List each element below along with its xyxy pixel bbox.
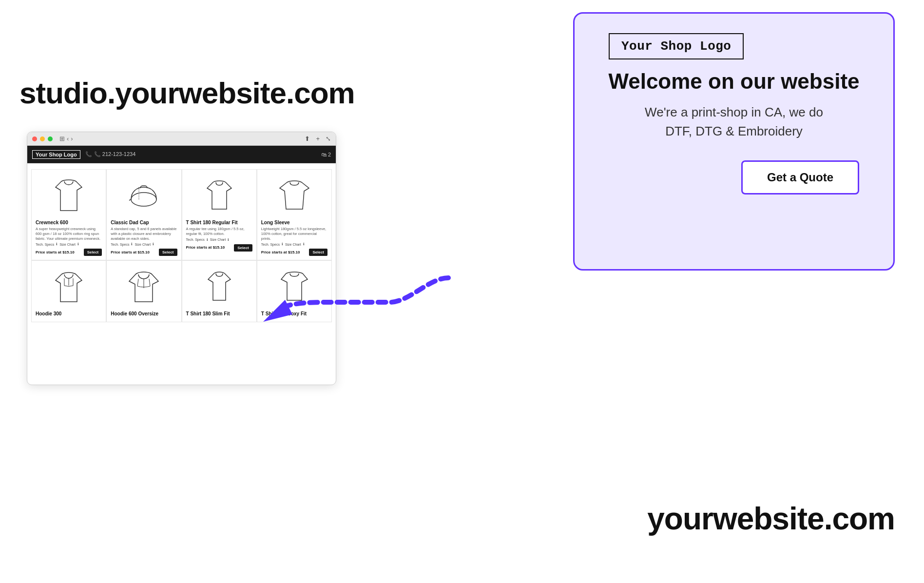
browser-add-tab-icon: +	[316, 135, 320, 142]
product-links-dadcap[interactable]: Tech. Specs ℹ Size Chart ℹ	[111, 242, 177, 246]
cart-count: 2	[328, 152, 331, 157]
browser-back-icon[interactable]: ‹	[67, 135, 69, 142]
product-desc-longsleeve: Lightweight 180gsm / 5.5 oz longsleeve, …	[261, 227, 327, 241]
product-price-crewneck: Price starts at $15.10	[36, 250, 75, 255]
browser-fullscreen-icon: ⤡	[326, 135, 331, 142]
product-desc-crewneck: A super heavyweight crewneck using 600 g…	[36, 227, 102, 241]
product-card-tshirt-regular: T Shirt 180 Regular Fit A regular tee us…	[182, 169, 257, 260]
product-footer-longsleeve: Price starts at $15.10 Select	[261, 249, 327, 256]
product-name-tshirt-regular: T Shirt 180 Regular Fit	[186, 220, 252, 225]
phone-icon: 📞	[85, 151, 92, 157]
get-quote-button[interactable]: Get a Quote	[741, 160, 859, 194]
product-image-hoodie300	[36, 265, 102, 309]
product-footer-tshirt-regular: Price starts at $15.10 Select	[186, 244, 252, 252]
promo-logo-box: Your Shop Logo	[609, 33, 744, 59]
studio-url-text: studio.yourwebsite.com	[19, 76, 355, 110]
product-image-hoodie600	[111, 265, 177, 309]
product-image-dadcap	[111, 174, 177, 217]
product-name-hoodie600: Hoodie 600 Oversize	[111, 311, 177, 316]
product-footer-dadcap: Price starts at $15.10 Select	[111, 249, 177, 256]
welcome-heading: Welcome on our website	[608, 69, 859, 94]
welcome-subtext: We're a print-shop in CA, we doDTF, DTG …	[645, 103, 823, 141]
select-button-longsleeve[interactable]: Select	[309, 249, 327, 256]
product-card-longsleeve: Long Sleeve Lightweight 180gsm / 5.5 oz …	[257, 169, 332, 260]
right-section: Your Shop Logo Welcome on our website We…	[573, 12, 895, 290]
product-links-tshirt-regular[interactable]: Tech. Specs ℹ Size Chart ℹ	[186, 238, 252, 242]
yourwebsite-url: yourwebsite.com	[647, 501, 895, 537]
browser-window: ⊞ ‹ › ⬆ + ⤡ Your Shop Logo 📞 📞 212-123-1…	[27, 132, 336, 385]
product-desc-tshirt-regular: A regular tee using 180gsm / 5.5 oz, reg…	[186, 227, 252, 236]
browser-grid-icon: ⊞	[59, 135, 65, 142]
tech-specs-link-2[interactable]: Tech. Specs	[111, 243, 129, 246]
product-price-tshirt-regular: Price starts at $15.10	[186, 245, 225, 250]
browser-titlebar: ⊞ ‹ › ⬆ + ⤡	[27, 132, 336, 146]
navbar-shop-logo: Your Shop Logo	[32, 150, 80, 159]
size-chart-link-2[interactable]: Size Chart	[135, 243, 151, 246]
product-price-dadcap: Price starts at $15.10	[111, 250, 150, 255]
product-name-longsleeve: Long Sleeve	[261, 220, 327, 225]
browser-controls: ⊞ ‹ ›	[59, 135, 73, 142]
product-card-hoodie300: Hoodie 300	[31, 260, 106, 322]
browser-navbar: Your Shop Logo 📞 📞 212-123-1234 🛍 2	[27, 146, 336, 163]
cart-icon: 🛍	[321, 152, 327, 157]
browser-dot-yellow	[40, 136, 45, 141]
promo-card: Your Shop Logo Welcome on our website We…	[573, 12, 895, 271]
size-chart-link-3[interactable]: Size Chart	[210, 238, 226, 241]
product-image-crewneck	[36, 174, 102, 217]
product-footer-crewneck: Price starts at $15.10 Select	[36, 249, 102, 256]
product-card-dadcap: Classic Dad Cap A standard cap, 5 and 6 …	[106, 169, 181, 260]
product-card-crewneck: Crewneck 600 A super heavyweight crewnec…	[31, 169, 106, 260]
svg-point-0	[131, 193, 156, 206]
product-name-crewneck: Crewneck 600	[36, 220, 102, 225]
tech-specs-link[interactable]: Tech. Specs	[36, 243, 54, 246]
navbar-cart[interactable]: 🛍 2	[321, 152, 331, 157]
product-desc-dadcap: A standard cap, 5 and 6 panels available…	[111, 227, 177, 241]
product-card-hoodie600: Hoodie 600 Oversize	[106, 260, 181, 322]
browser-right-icons: ⬆ + ⤡	[305, 135, 331, 142]
browser-dot-red	[32, 136, 37, 141]
browser-forward-icon[interactable]: ›	[71, 135, 73, 142]
size-chart-link[interactable]: Size Chart	[59, 243, 76, 246]
select-button-crewneck[interactable]: Select	[84, 249, 102, 256]
navbar-help: 📞 📞 212-123-1234	[85, 151, 136, 157]
product-links-longsleeve[interactable]: Tech. Specs ℹ Size Chart ℹ	[261, 242, 327, 246]
product-name-dadcap: Classic Dad Cap	[111, 220, 177, 225]
tech-specs-link-3[interactable]: Tech. Specs	[186, 238, 205, 241]
select-button-tshirt-regular[interactable]: Select	[234, 244, 252, 252]
tech-specs-link-4[interactable]: Tech. Specs	[261, 243, 280, 246]
product-links-crewneck[interactable]: Tech. Specs ℹ Size Chart ℹ	[36, 242, 102, 246]
product-name-hoodie300: Hoodie 300	[36, 311, 102, 316]
browser-dot-green	[48, 136, 53, 141]
product-price-longsleeve: Price starts at $15.10	[261, 250, 300, 255]
dashed-arrow-graphic	[239, 263, 453, 327]
navbar-phone-text: 📞 212-123-1234	[94, 151, 136, 157]
product-image-tshirt-regular	[186, 174, 252, 217]
select-button-dadcap[interactable]: Select	[159, 249, 177, 256]
product-image-longsleeve	[261, 174, 327, 217]
browser-share-icon: ⬆	[305, 135, 310, 142]
size-chart-link-4[interactable]: Size Chart	[285, 243, 301, 246]
